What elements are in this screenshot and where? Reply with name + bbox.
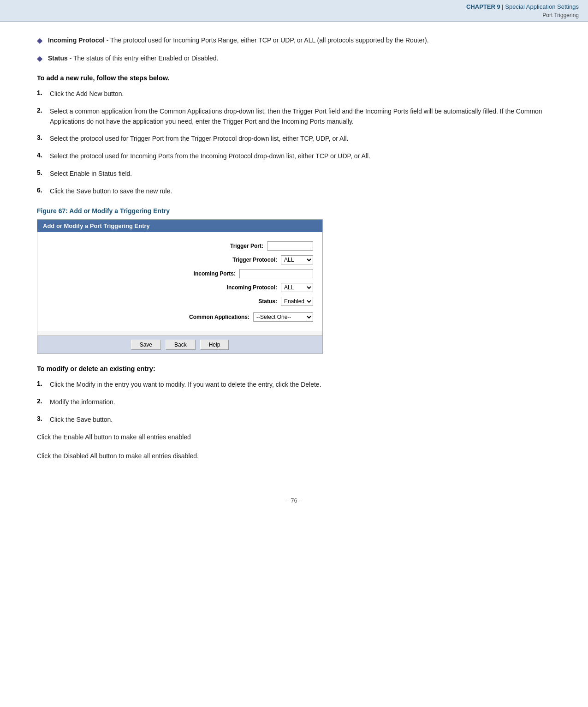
disable-all-para: Click the Disabled All button to make al… (37, 451, 551, 461)
page-footer: – 76 – (0, 488, 588, 509)
trigger-port-input[interactable] (267, 241, 313, 251)
bullet-diamond-icon-2: ◆ (37, 54, 42, 63)
step-text-1: Click the Add New button. (50, 89, 124, 99)
modify-step-text-2: Modify the information. (50, 397, 115, 407)
page-header: CHAPTER 9 | Special Application Settings… (0, 0, 588, 22)
step-number-3: 3. (37, 134, 50, 141)
incoming-protocol-select[interactable]: ALL (281, 283, 313, 292)
bullet-status: ◆ Status - The status of this entry eith… (37, 54, 551, 63)
trigger-port-row: Trigger Port: (47, 241, 313, 251)
modify-step-number-2: 2. (37, 397, 50, 405)
add-step-6: 6. Click the Save button to save the new… (37, 186, 551, 197)
incoming-protocol-select-row: ALL (281, 283, 313, 292)
modify-step-1: 1. Click the Modify in the entry you wan… (37, 380, 551, 390)
modify-step-2: 2. Modify the information. (37, 397, 551, 407)
add-step-1: 1. Click the Add New button. (37, 89, 551, 99)
modify-step-text-1: Click the Modify in the entry you want t… (50, 380, 321, 390)
trigger-protocol-select-row: ALL (281, 255, 313, 264)
bullet-diamond-icon: ◆ (37, 36, 42, 45)
modify-heading: To modify or delete an existing entry: (37, 365, 551, 372)
step-number-2: 2. (37, 107, 50, 114)
ui-titlebar: Add or Modify a Port Triggering Entry (37, 220, 322, 232)
modify-step-text-3: Click the Save button. (50, 415, 113, 425)
add-step-5: 5. Select Enable in Status field. (37, 169, 551, 179)
step-text-5: Select Enable in Status field. (50, 169, 132, 179)
back-button[interactable]: Back (166, 340, 196, 350)
modify-step-number-3: 3. (37, 415, 50, 422)
add-step-3: 3. Select the protocol used for Trigger … (37, 134, 551, 144)
step-number-1: 1. (37, 89, 50, 96)
help-button[interactable]: Help (200, 340, 229, 350)
incoming-protocol-row: Incoming Protocol: ALL (47, 283, 313, 292)
add-step-2: 2. Select a common application from the … (37, 107, 551, 126)
section-title: Special Application Settings (505, 3, 579, 10)
common-apps-label: Common Applications: (176, 314, 249, 320)
trigger-port-label: Trigger Port: (190, 243, 263, 249)
ui-mockup: Add or Modify a Port Triggering Entry Tr… (37, 219, 323, 354)
status-label: Status: (203, 298, 277, 305)
enable-all-para: Click the Enable All button to make all … (37, 432, 551, 442)
common-apps-select[interactable]: --Select One-- (253, 312, 313, 322)
bullet-status-text: Status - The status of this entry either… (48, 54, 218, 63)
incoming-protocol-label: Incoming Protocol: (203, 284, 277, 291)
main-content: ◆ Incoming Protocol - The protocol used … (0, 22, 588, 488)
status-select-row: Enabled Disabled (281, 297, 313, 306)
incoming-ports-row: Incoming Ports: (47, 269, 313, 278)
ui-body: Trigger Port: Trigger Protocol: ALL Inco… (37, 232, 322, 331)
header-separator: | (500, 3, 505, 10)
bullet-incoming-protocol: ◆ Incoming Protocol - The protocol used … (37, 36, 551, 45)
step-text-3: Select the protocol used for Trigger Por… (50, 134, 348, 144)
ui-footer: Save Back Help (37, 336, 322, 354)
incoming-ports-label: Incoming Ports: (162, 270, 236, 277)
incoming-ports-input[interactable] (239, 269, 313, 278)
trigger-protocol-row: Trigger Protocol: ALL (47, 255, 313, 264)
trigger-protocol-select[interactable]: ALL (281, 255, 313, 264)
step-number-4: 4. (37, 151, 50, 159)
status-select[interactable]: Enabled Disabled (281, 297, 313, 306)
step-text-6: Click the Save button to save the new ru… (50, 186, 172, 197)
step-number-5: 5. (37, 169, 50, 176)
figure-label: Figure 67: Add or Modify a Triggering En… (37, 207, 551, 215)
modify-step-number-1: 1. (37, 380, 50, 387)
term-incoming-protocol: Incoming Protocol (48, 36, 105, 44)
add-rule-heading: To add a new rule, follow the steps belo… (37, 74, 551, 82)
modify-step-3: 3. Click the Save button. (37, 415, 551, 425)
bullet-incoming-protocol-text: Incoming Protocol - The protocol used fo… (48, 36, 429, 45)
trigger-protocol-label: Trigger Protocol: (203, 257, 277, 263)
status-row: Status: Enabled Disabled (47, 297, 313, 306)
common-apps-select-row: --Select One-- (253, 312, 313, 322)
save-button[interactable]: Save (131, 340, 161, 350)
step-number-6: 6. (37, 186, 50, 194)
add-step-4: 4. Select the protocol used for Incoming… (37, 151, 551, 162)
step-text-2: Select a common application from the Com… (50, 107, 551, 126)
subsection-title: Port Triggering (542, 12, 579, 18)
term-status: Status (48, 54, 68, 62)
common-apps-row: Common Applications: --Select One-- (47, 312, 313, 322)
step-text-4: Select the protocol used for Incoming Po… (50, 151, 370, 162)
chapter-label: CHAPTER 9 (466, 3, 500, 10)
